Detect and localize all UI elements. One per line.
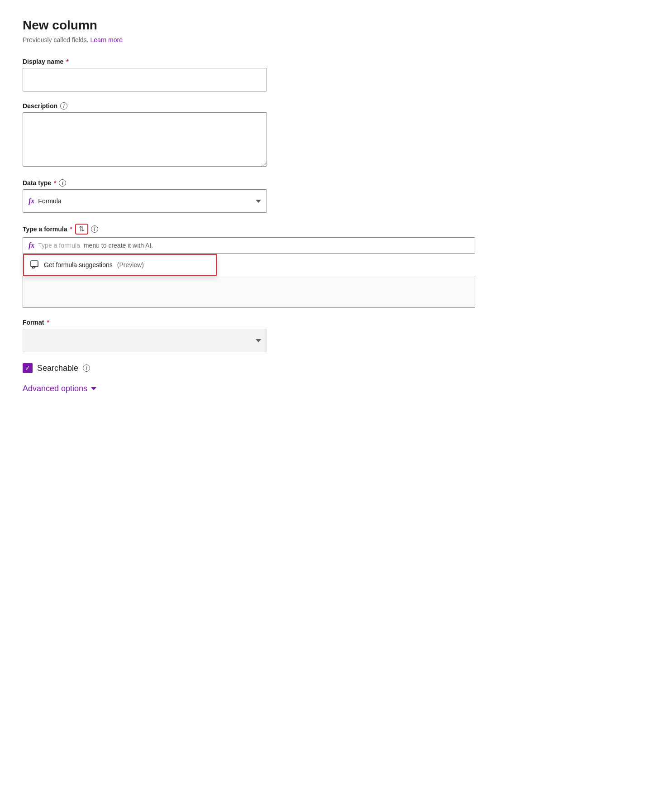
formula-fx-icon: fx: [29, 241, 34, 249]
page-title: New column: [23, 18, 649, 33]
description-input[interactable]: [23, 112, 267, 167]
advanced-options-row[interactable]: Advanced options: [23, 384, 649, 393]
description-label: Description i: [23, 102, 649, 110]
format-label: Format *: [23, 319, 649, 326]
searchable-info-icon[interactable]: i: [83, 364, 90, 372]
advanced-options-chevron-icon: [91, 387, 96, 390]
formula-suggestions-dropdown: Get formula suggestions (Preview): [23, 254, 217, 276]
formula-expand-button[interactable]: ⇅: [75, 224, 88, 235]
format-required: *: [47, 319, 49, 326]
display-name-input[interactable]: [23, 68, 267, 91]
searchable-checkbox[interactable]: ✓: [23, 363, 33, 373]
learn-more-link[interactable]: Learn more: [90, 36, 123, 43]
formula-suggestions-preview: (Preview): [117, 261, 144, 268]
check-icon: ✓: [25, 365, 30, 371]
data-type-select[interactable]: fx Formula: [23, 189, 267, 213]
chat-bubble-icon: [30, 260, 39, 269]
data-type-selected-value: Formula: [38, 197, 61, 205]
data-type-group: Data type * i fx Formula: [23, 179, 649, 213]
description-info-icon[interactable]: i: [60, 102, 67, 110]
format-select[interactable]: [23, 329, 267, 352]
formula-ai-hint: menu to create it with AI.: [84, 242, 153, 249]
formula-info-icon[interactable]: i: [91, 225, 98, 233]
formula-suggestions-label: Get formula suggestions: [44, 261, 113, 268]
expand-updown-icon: ⇅: [79, 225, 85, 233]
data-type-required: *: [54, 179, 56, 187]
data-type-info-icon[interactable]: i: [59, 179, 66, 187]
searchable-row: ✓ Searchable i: [23, 363, 649, 373]
data-type-select-left: fx Formula: [29, 197, 62, 205]
formula-section: Type a formula * ⇅ i fx Type a formula m…: [23, 224, 649, 308]
display-name-label: Display name *: [23, 58, 649, 65]
display-name-required: *: [66, 58, 68, 65]
formula-required: *: [70, 225, 72, 233]
formula-get-suggestions-item[interactable]: Get formula suggestions (Preview): [23, 254, 217, 276]
data-type-select-wrapper: fx Formula: [23, 189, 267, 213]
data-type-label: Data type * i: [23, 179, 649, 187]
svg-rect-0: [31, 261, 38, 267]
format-section: Format *: [23, 319, 649, 352]
formula-body-area[interactable]: [23, 276, 475, 308]
display-name-group: Display name *: [23, 58, 649, 91]
format-chevron-icon: [256, 339, 261, 342]
formula-label: Type a formula * ⇅ i: [23, 224, 649, 235]
description-group: Description i: [23, 102, 649, 168]
formula-area-wrapper: fx Type a formula menu to create it with…: [23, 237, 475, 308]
formula-placeholder-text: Type a formula: [38, 242, 80, 249]
data-type-chevron-icon: [256, 200, 261, 203]
fx-icon: fx: [29, 197, 34, 205]
page-subtitle: Previously called fields. Learn more: [23, 36, 649, 43]
formula-top-bar: fx Type a formula menu to create it with…: [23, 237, 475, 254]
searchable-label: Searchable: [37, 364, 78, 373]
advanced-options-label: Advanced options: [23, 384, 87, 393]
